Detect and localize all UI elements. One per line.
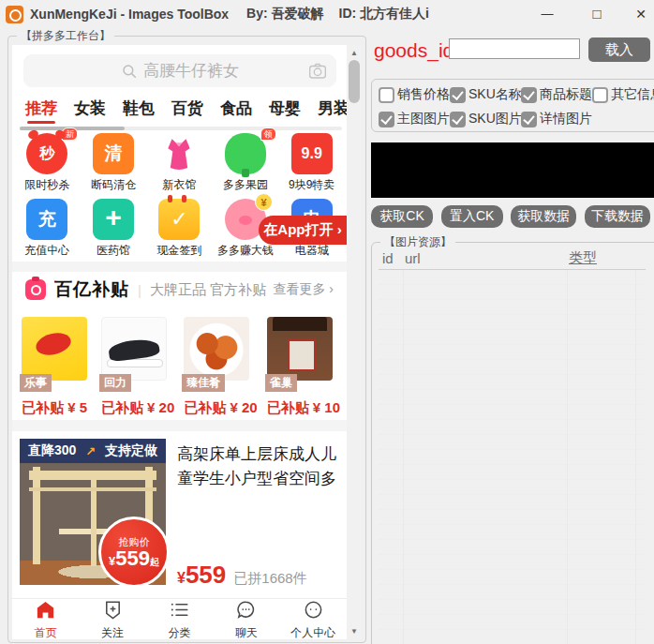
table-row[interactable] [379, 600, 646, 615]
quick-link[interactable]: 秒新限时秒杀 [14, 133, 81, 199]
listing-card[interactable]: 直降300 ↗ 支持定做 抢购价 ¥ 559 起 高架床单上层床成人儿童学生小户… [12, 435, 347, 598]
cell-id [379, 615, 403, 629]
scroll-up-icon[interactable]: ▲ [347, 46, 362, 60]
tab-women[interactable]: 女装 [74, 97, 106, 119]
quick-link[interactable]: +医药馆 [81, 199, 147, 264]
cell-id [379, 360, 403, 374]
tab-food[interactable]: 食品 [220, 97, 252, 119]
table-row[interactable] [379, 570, 646, 585]
table-row[interactable] [379, 345, 646, 360]
resources-table[interactable]: id url 类型 [379, 247, 646, 644]
load-button[interactable]: 载入 [588, 37, 650, 62]
checkbox-unchecked[interactable] [379, 87, 394, 103]
sneaker-image [101, 317, 167, 381]
scroll-down-icon[interactable]: ▼ [347, 624, 362, 638]
subsidy-badge-icon [25, 279, 46, 300]
checkbox-checked[interactable] [450, 87, 466, 103]
table-row[interactable] [379, 300, 646, 315]
cell-type [567, 570, 635, 584]
table-row[interactable] [379, 555, 646, 570]
webview-scrollbar-thumb[interactable] [349, 60, 360, 103]
search-bar[interactable]: 高腰牛仔裤女 [23, 54, 336, 87]
set-ck-button[interactable]: 置入CK [441, 205, 503, 228]
open-in-app-button[interactable]: 在App打开 › [259, 216, 347, 245]
webview-scrollbar[interactable]: ▲ ▼ [347, 45, 362, 639]
tab-general[interactable]: 百货 [171, 97, 203, 119]
checkbox-checked[interactable] [521, 112, 537, 127]
nav-item-chat[interactable]: 聊天 [213, 599, 279, 639]
table-row[interactable] [379, 435, 646, 450]
quick-link[interactable]: 充充值中心 [14, 199, 81, 264]
table-row[interactable] [379, 480, 646, 495]
close-button[interactable]: ✕ [627, 0, 654, 27]
checkbox-unchecked[interactable] [592, 87, 608, 103]
camera-icon[interactable] [308, 62, 327, 83]
checkbox-checked[interactable] [521, 87, 537, 103]
option-item: 详情图片 [521, 111, 592, 127]
cell-url [403, 540, 567, 554]
minimize-button[interactable]: — [533, 0, 561, 27]
quick-link[interactable]: 清断码清仓 [81, 133, 147, 199]
goods-id-label: goods_id: [374, 39, 459, 62]
get-data-button[interactable]: 获取数据 [511, 205, 576, 228]
table-row[interactable] [379, 375, 646, 390]
table-row[interactable] [379, 360, 646, 375]
quick-link[interactable]: 领多多果园 [213, 133, 279, 199]
cell-type [567, 495, 635, 509]
nav-item-label: 个人中心 [290, 625, 335, 640]
quick-link-label: 多多果园 [223, 177, 268, 193]
get-ck-button[interactable]: 获取CK [371, 205, 433, 228]
goods-id-input[interactable] [449, 38, 580, 59]
maximize-button[interactable]: □ [583, 0, 611, 27]
cell-id [379, 330, 403, 344]
tab-recommend[interactable]: 推荐 [25, 97, 57, 119]
table-row[interactable] [379, 630, 646, 644]
table-row[interactable] [379, 420, 646, 435]
table-row[interactable] [379, 405, 646, 420]
table-row[interactable] [379, 465, 646, 480]
nav-item-follow[interactable]: 关注 [79, 599, 145, 639]
nav-item-home[interactable]: 首页 [12, 599, 79, 639]
cell-spacer [635, 285, 646, 299]
cell-spacer [635, 390, 646, 404]
quick-link[interactable]: ✓现金签到 [146, 199, 213, 264]
tab-men[interactable]: 男装 [318, 97, 347, 119]
app-icon [6, 6, 23, 23]
banner-custom: 支持定做 [105, 442, 157, 459]
table-row[interactable] [379, 315, 646, 330]
cell-url [403, 300, 567, 314]
table-row[interactable] [379, 525, 646, 540]
window-byline: By: 吾爱破解 [246, 6, 323, 22]
cell-url [403, 630, 567, 644]
quick-link[interactable]: 9.99块9特卖 [278, 133, 345, 199]
product-card[interactable]: 臻佳肴已补贴 ¥ 20 [184, 317, 257, 417]
table-row[interactable] [379, 270, 646, 285]
tab-baby[interactable]: 母婴 [269, 97, 301, 119]
quick-link[interactable]: 新衣馆 [146, 133, 213, 199]
table-row[interactable] [379, 285, 646, 300]
table-row[interactable] [379, 330, 646, 345]
table-row[interactable] [379, 390, 646, 405]
nav-item-category[interactable]: 分类 [146, 599, 213, 639]
nav-item-profile[interactable]: 个人中心 [280, 599, 347, 639]
checkbox-checked[interactable] [379, 112, 394, 127]
tab-shoes-bags[interactable]: 鞋包 [123, 97, 155, 119]
table-row[interactable] [379, 615, 646, 630]
product-card[interactable]: 回力已补贴 ¥ 20 [101, 317, 174, 417]
table-row[interactable] [379, 540, 646, 555]
see-more-link[interactable]: 查看更多 › [273, 281, 334, 298]
table-row[interactable] [379, 495, 646, 510]
cell-type [567, 585, 635, 599]
product-card[interactable]: 乐事已补贴 ¥ 5 [22, 317, 92, 417]
column-header-type[interactable]: 类型 [569, 249, 636, 267]
log-area [371, 142, 654, 198]
checkbox-checked[interactable] [450, 112, 466, 127]
table-row[interactable] [379, 585, 646, 600]
download-data-button[interactable]: 下载数据 [585, 205, 650, 228]
table-row[interactable] [379, 510, 646, 525]
cell-spacer [635, 615, 646, 629]
product-card[interactable]: 雀巢已补贴 ¥ 10 [267, 317, 340, 417]
column-header-url[interactable]: url [403, 250, 569, 266]
column-header-id[interactable]: id [379, 250, 403, 266]
table-row[interactable] [379, 450, 646, 465]
